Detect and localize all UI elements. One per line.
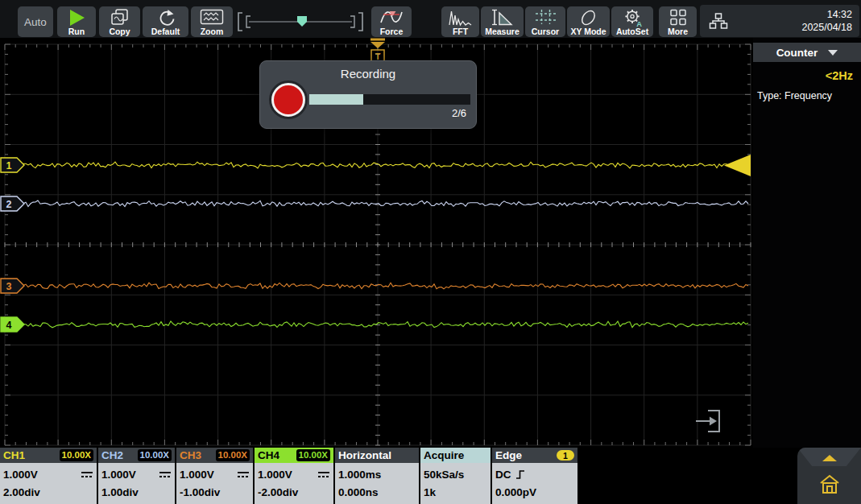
counter-title: Counter — [776, 47, 818, 59]
counter-header[interactable]: Counter — [753, 43, 861, 62]
measure-button[interactable]: Measure — [481, 6, 524, 37]
record-button[interactable] — [271, 83, 305, 117]
horizontal-header: Horizontal — [335, 448, 419, 463]
recording-dialog: Recording 2/6 — [259, 60, 477, 129]
position-value: -1.00div — [180, 487, 220, 498]
clock-time: 14:32 — [728, 8, 852, 21]
clock-date: 2025/04/18 — [728, 21, 852, 34]
run-button[interactable]: Run — [57, 6, 96, 37]
position-value: -2.00div — [258, 487, 298, 498]
scale-value: 1.000V — [180, 469, 214, 481]
channel-marker-1[interactable]: 1 — [1, 158, 24, 172]
zoom-icon — [200, 9, 224, 25]
trigger-position-marker[interactable]: T — [370, 39, 385, 63]
counter-type: Type: Frequency — [753, 90, 861, 101]
home-button[interactable] — [818, 472, 842, 496]
channel-header-ch3: CH3 10.00X — [176, 448, 253, 463]
channel-box-ch3[interactable]: CH3 10.00X 1.000V -1.00div — [176, 448, 253, 504]
clock: 14:32 2025/04/18 — [728, 8, 859, 35]
svg-text:2: 2 — [6, 199, 12, 210]
scale-value: 1.000V — [3, 469, 38, 481]
edge-header: Edge 1 — [492, 448, 577, 463]
main-area: 1234T Counter <2Hz Type: Frequency Recor… — [0, 38, 861, 448]
counter-panel: Counter <2Hz Type: Frequency — [753, 38, 861, 448]
bottom-status-bar: CH1 10.00X 1.000V 2.00div CH2 10.00X 1.0… — [0, 448, 861, 504]
rising-edge-icon — [515, 469, 525, 480]
probe-attenuation-badge: 10.00X — [296, 449, 330, 461]
channel-marker-3[interactable]: 3 — [1, 279, 24, 293]
copy-icon — [110, 9, 129, 26]
svg-text:1: 1 — [6, 160, 12, 171]
probe-attenuation-badge: 10.00X — [216, 449, 250, 461]
position-value: 2.00div — [3, 487, 40, 498]
nav-corner — [797, 448, 861, 504]
force-trigger-button[interactable]: Force — [371, 6, 412, 37]
probe-attenuation-badge: 10.00X — [138, 449, 172, 461]
dc-coupling-icon — [237, 470, 250, 479]
network-icon[interactable] — [708, 12, 728, 30]
fft-icon — [449, 9, 472, 27]
edge-trigger-box[interactable]: Edge 1 DC 0.000pV — [492, 448, 577, 504]
clock-panel: 14:32 2025/04/18 — [700, 5, 859, 37]
reset-icon — [156, 9, 176, 26]
slider-left-bracket — [238, 13, 242, 31]
force-trigger-icon — [379, 9, 404, 27]
channel-name: CH3 — [180, 449, 201, 461]
channel-name: CH4 — [258, 449, 279, 461]
counter-value: <2Hz — [753, 69, 861, 82]
progress-count: 2/6 — [452, 107, 466, 119]
slider-marker[interactable] — [297, 16, 307, 27]
copy-button[interactable]: Copy — [99, 6, 140, 37]
counter-type-value: Frequency — [784, 90, 832, 101]
timebase-value: 1.000ms — [338, 469, 381, 481]
fft-button[interactable]: FFT — [441, 6, 479, 37]
sample-rate-value: 50kSa/s — [424, 469, 464, 481]
scale-value: 1.000V — [101, 469, 136, 481]
svg-text:3: 3 — [6, 281, 12, 292]
position-value: 1.00div — [101, 487, 139, 498]
probe-attenuation-badge: 10.00X — [60, 449, 93, 461]
trigger-coupling-value: DC — [495, 469, 511, 481]
trigger-source-badge: 1 — [557, 450, 574, 461]
play-icon — [67, 9, 86, 27]
more-icon — [669, 9, 687, 26]
auto-label: Auto — [24, 16, 47, 28]
xy-mode-button[interactable]: XY Mode — [567, 6, 610, 37]
page-exit-icon[interactable] — [696, 411, 719, 432]
nav-up-button[interactable] — [822, 455, 837, 461]
xy-mode-icon — [578, 9, 598, 27]
measure-icon — [491, 9, 513, 26]
memory-depth-value: 1k — [424, 487, 436, 498]
channel-marker-4[interactable]: 4 — [1, 317, 24, 332]
autoset-button[interactable]: A AutoSet — [611, 6, 653, 37]
dc-coupling-icon — [81, 470, 93, 479]
counter-type-label: Type: — [757, 90, 782, 101]
trigger-position-slider[interactable] — [235, 6, 366, 37]
svg-text:4: 4 — [6, 320, 12, 331]
auto-trigger-mode-button[interactable]: Auto — [18, 6, 53, 37]
acquire-box[interactable]: Acquire 50kSa/s 1k — [420, 448, 491, 504]
bottom-bar-spacer — [579, 448, 796, 504]
scale-value: 1.000V — [258, 469, 292, 481]
dc-coupling-icon — [317, 470, 330, 479]
default-button[interactable]: Default — [143, 6, 188, 37]
channel-name: CH2 — [101, 449, 123, 461]
channel-name: CH1 — [3, 449, 25, 461]
recording-title: Recording — [260, 67, 476, 81]
slider-right-bracket — [358, 13, 362, 31]
more-button[interactable]: More — [659, 6, 697, 37]
channel-box-ch4[interactable]: CH4 10.00X 1.000V -2.00div — [255, 448, 333, 504]
channel-box-ch1[interactable]: CH1 10.00X 1.000V 2.00div — [0, 448, 97, 504]
dc-coupling-icon — [159, 470, 172, 479]
channel-header-ch4: CH4 10.00X — [255, 448, 333, 463]
trigger-level-marker[interactable] — [724, 155, 751, 176]
channel-box-ch2[interactable]: CH2 10.00X 1.000V 1.00div — [98, 448, 175, 504]
progress-fill — [309, 94, 363, 105]
horizontal-box[interactable]: Horizontal 1.000ms 0.000ns — [335, 448, 419, 504]
zoom-button[interactable]: Zoom — [191, 6, 233, 37]
cursor-button[interactable]: Cursor — [525, 6, 565, 37]
recording-progress-bar — [309, 94, 470, 105]
delay-value: 0.000ns — [338, 487, 379, 498]
trigger-level-value: 0.000pV — [495, 487, 536, 498]
channel-marker-2[interactable]: 2 — [1, 196, 24, 211]
